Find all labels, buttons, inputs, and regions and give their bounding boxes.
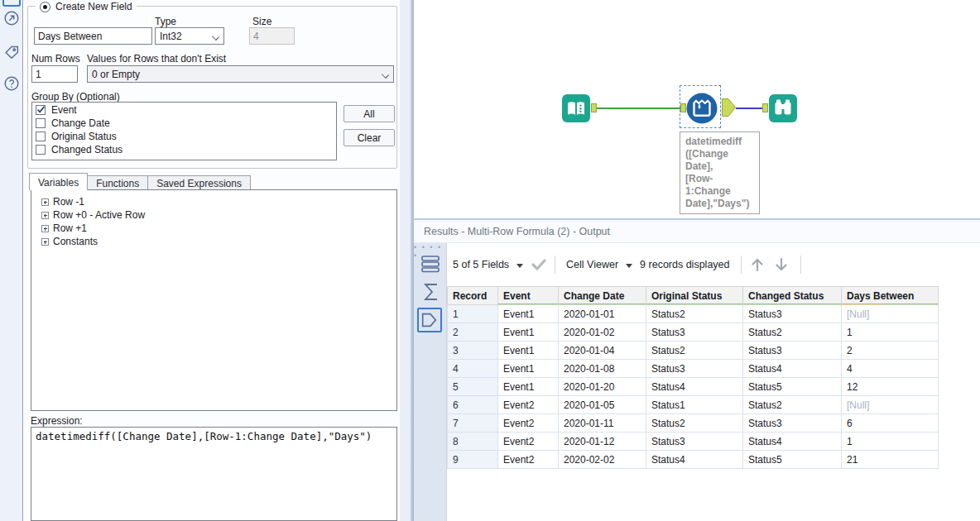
expand-plus-icon[interactable] xyxy=(41,198,49,206)
multi-row-formula-tool[interactable] xyxy=(686,93,718,124)
cell[interactable]: Status2 xyxy=(743,323,842,342)
cell[interactable]: 1 xyxy=(842,433,939,451)
arrow-down-icon[interactable] xyxy=(773,256,790,273)
record-cell[interactable]: 3 xyxy=(448,342,498,360)
workflow-canvas[interactable]: datetimediff ([Change Date], [Row-1:Chan… xyxy=(414,0,980,218)
arrow-up-icon[interactable] xyxy=(749,256,766,273)
expand-plus-icon[interactable] xyxy=(41,212,49,219)
tree-item[interactable]: Constants xyxy=(40,235,396,248)
cell[interactable]: Status2 xyxy=(743,396,842,414)
cell[interactable]: 2020-01-02 xyxy=(559,323,646,342)
cell[interactable]: [Null] xyxy=(842,305,939,323)
record-cell[interactable]: 6 xyxy=(448,396,498,414)
cell[interactable]: 2020-01-20 xyxy=(559,378,646,396)
group-by-option[interactable]: Event xyxy=(32,103,336,116)
configuration-icon[interactable] xyxy=(2,0,21,7)
cell[interactable]: 12 xyxy=(842,378,939,396)
group-by-option[interactable]: Changed Status xyxy=(32,142,336,155)
output-anchor-selected[interactable] xyxy=(417,308,442,332)
cell[interactable]: Status3 xyxy=(743,305,842,323)
cell[interactable]: 2020-01-08 xyxy=(559,360,646,378)
checkbox-icon[interactable] xyxy=(36,105,46,115)
cell[interactable]: Event2 xyxy=(498,414,559,433)
cell[interactable]: Status2 xyxy=(646,414,743,433)
cell[interactable]: Status4 xyxy=(646,451,743,469)
cell[interactable]: 2020-01-11 xyxy=(559,414,646,433)
cell[interactable]: Event1 xyxy=(498,342,559,360)
clear-button[interactable]: Clear xyxy=(343,129,395,146)
expand-plus-icon[interactable] xyxy=(41,225,49,232)
tab-variables[interactable]: Variables xyxy=(29,173,88,190)
cell[interactable]: Event1 xyxy=(498,305,559,323)
field-name-input[interactable]: Days Between xyxy=(34,27,152,45)
cell[interactable]: Status4 xyxy=(743,433,842,451)
checkbox-icon[interactable] xyxy=(36,145,46,155)
record-cell[interactable]: 5 xyxy=(448,378,498,396)
input-tool-output-anchor[interactable] xyxy=(591,103,597,112)
fields-selector[interactable]: 5 of 5 Fields xyxy=(453,259,509,270)
column-header-record[interactable]: Record xyxy=(448,287,498,305)
checkbox-icon[interactable] xyxy=(36,131,46,141)
record-cell[interactable]: 9 xyxy=(448,451,498,469)
tree-item[interactable]: Row +0 - Active Row xyxy=(40,208,396,222)
column-header-change-date[interactable]: Change Date xyxy=(559,287,646,305)
cell[interactable]: 2020-02-02 xyxy=(559,451,646,469)
cell[interactable]: Status5 xyxy=(743,378,842,396)
column-header-changed-status[interactable]: Changed Status xyxy=(743,287,842,305)
cell[interactable]: 1 xyxy=(842,323,939,342)
num-rows-input[interactable]: 1 xyxy=(31,65,78,83)
record-cell[interactable]: 2 xyxy=(448,323,498,342)
create-new-field-option[interactable]: Create New Field xyxy=(36,0,137,13)
cell[interactable]: 2 xyxy=(842,342,939,360)
checkbox-icon[interactable] xyxy=(36,118,46,128)
column-header-event[interactable]: Event xyxy=(498,287,559,305)
record-cell[interactable]: 4 xyxy=(448,360,498,378)
cell[interactable]: 6 xyxy=(842,414,939,433)
cell[interactable]: Status4 xyxy=(646,378,743,396)
cell[interactable]: 2020-01-12 xyxy=(559,433,646,451)
cell[interactable]: Status3 xyxy=(646,360,743,378)
input-anchor-icon[interactable] xyxy=(420,281,441,305)
cell[interactable]: Status5 xyxy=(743,451,842,469)
cell[interactable]: 2020-01-05 xyxy=(559,396,646,414)
column-header-original-status[interactable]: Original Status xyxy=(646,287,743,305)
expression-editor[interactable]: datetimediff([Change Date],[Row-1:Change… xyxy=(31,427,397,521)
group-by-option[interactable]: Change Date xyxy=(32,116,336,129)
radio-icon[interactable] xyxy=(40,2,50,12)
data-view-icon[interactable] xyxy=(420,254,441,276)
cell[interactable]: Status3 xyxy=(646,323,743,342)
input-data-tool[interactable] xyxy=(562,94,590,122)
record-cell[interactable]: 1 xyxy=(448,305,498,323)
multirow-output-anchor[interactable] xyxy=(722,98,736,117)
browse-tool[interactable] xyxy=(769,94,797,122)
cell[interactable]: Status3 xyxy=(743,414,842,433)
help-icon[interactable] xyxy=(2,74,21,93)
tag-icon[interactable] xyxy=(2,43,21,61)
expand-plus-icon[interactable] xyxy=(41,238,49,246)
cell[interactable]: Status2 xyxy=(646,305,743,323)
type-dropdown[interactable]: Int32 xyxy=(155,27,224,45)
tree-item[interactable]: Row +1 xyxy=(40,222,396,235)
group-by-option[interactable]: Original Status xyxy=(32,129,336,142)
cell[interactable]: 2020-01-04 xyxy=(559,342,646,360)
multirow-input-anchor[interactable] xyxy=(680,103,686,112)
cell[interactable]: Event1 xyxy=(498,360,559,378)
cell[interactable]: Status2 xyxy=(646,342,743,360)
cell[interactable]: Status3 xyxy=(743,342,842,360)
all-button[interactable]: All xyxy=(343,105,395,122)
chevron-down-icon[interactable] xyxy=(626,264,632,268)
panel-splitter[interactable] xyxy=(400,0,414,521)
cell[interactable]: Event2 xyxy=(498,396,559,414)
cell[interactable]: [Null] xyxy=(842,396,939,414)
browse-input-anchor[interactable] xyxy=(762,103,768,112)
record-cell[interactable]: 7 xyxy=(448,414,498,433)
tree-item[interactable]: Row -1 xyxy=(40,195,396,208)
cell[interactable]: Event1 xyxy=(498,323,559,342)
cell[interactable]: Event2 xyxy=(498,451,559,469)
values-dropdown[interactable]: 0 or Empty xyxy=(87,65,394,83)
tab-functions[interactable]: Functions xyxy=(87,175,148,190)
cell[interactable]: Event2 xyxy=(498,433,559,451)
tab-saved-expressions[interactable]: Saved Expressions xyxy=(147,175,251,190)
cell[interactable]: 21 xyxy=(842,451,939,469)
column-header-days-between[interactable]: Days Between xyxy=(842,287,939,305)
